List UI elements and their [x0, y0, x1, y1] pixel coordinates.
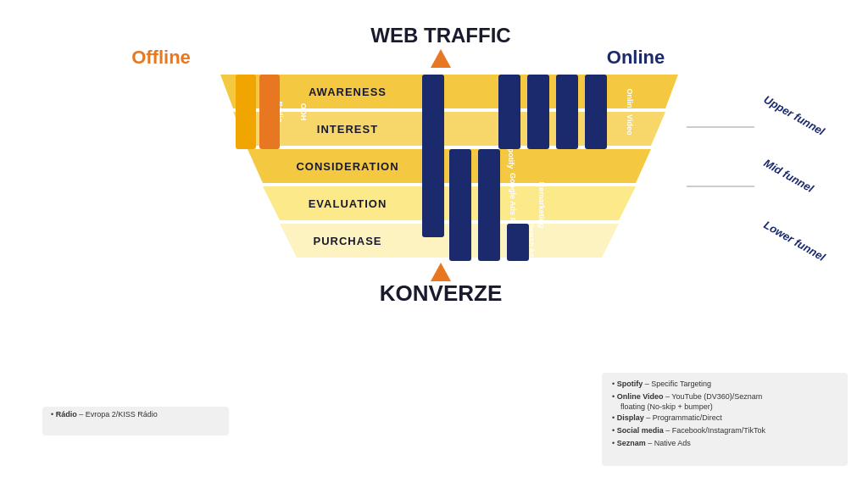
- consideration-label: CONSIDERATION: [296, 160, 398, 173]
- notes-left-radio: • Rádio – Evropa 2/KISS Rádio: [51, 410, 158, 419]
- lower-funnel-label: Lower funnel: [762, 219, 828, 264]
- remarketing-label: Remarketing: [537, 182, 546, 229]
- search-ads-bar: [507, 224, 529, 261]
- awareness-bg: [220, 75, 678, 108]
- diagram-area: WEB TRAFFIC Offline Online AWARENESS INT…: [0, 0, 868, 488]
- display-bar: [498, 75, 520, 149]
- online-video-label: Online Video: [626, 89, 634, 136]
- notes-right-display: • Display – Programmatic/Direct: [612, 413, 722, 422]
- spotify-bar: [422, 75, 444, 237]
- web-traffic-arrow: [431, 49, 451, 68]
- online-video-bar: [585, 75, 607, 149]
- purchase-label: PURCHASE: [314, 235, 382, 247]
- ooh-bar: [259, 75, 280, 149]
- search-ads-label: Search Ads: [528, 224, 536, 261]
- konverze-title: KONVERZE: [380, 280, 502, 306]
- web-traffic-title: WEB TRAFFIC: [370, 24, 510, 47]
- remarketing-bar: [478, 149, 500, 261]
- google-ads-pmax-bar: [449, 149, 471, 261]
- konverze-arrow: [431, 263, 451, 281]
- radio-bar: [236, 75, 256, 149]
- evaluation-label: EVALUATION: [309, 197, 387, 210]
- notes-right-social: • Social media – Facebook/Instagram/TikT…: [612, 426, 765, 435]
- upper-funnel-label: Upper funnel: [762, 93, 827, 138]
- offline-label: Offline: [131, 47, 191, 68]
- notes-right-online-video-2: floating (No-skip + bumper): [620, 402, 713, 411]
- seznam-native-bar: [556, 75, 578, 149]
- notes-right-online-video: • Online Video – YouTube (DV360)/Seznam: [612, 392, 762, 401]
- interest-label: INTEREST: [317, 123, 378, 136]
- awareness-label: AWARENESS: [309, 86, 387, 98]
- online-label: Online: [607, 47, 665, 68]
- notes-right-spotify: • Spotify – Specific Targeting: [612, 380, 711, 388]
- notes-right-seznam: • Seznam – Native Ads: [612, 439, 691, 447]
- ooh-label: OOH: [299, 103, 308, 121]
- social-media-bar: [527, 75, 549, 149]
- funnel-svg: WEB TRAFFIC Offline Online AWARENESS INT…: [25, 17, 856, 474]
- mid-funnel-label: Mid funnel: [762, 157, 816, 196]
